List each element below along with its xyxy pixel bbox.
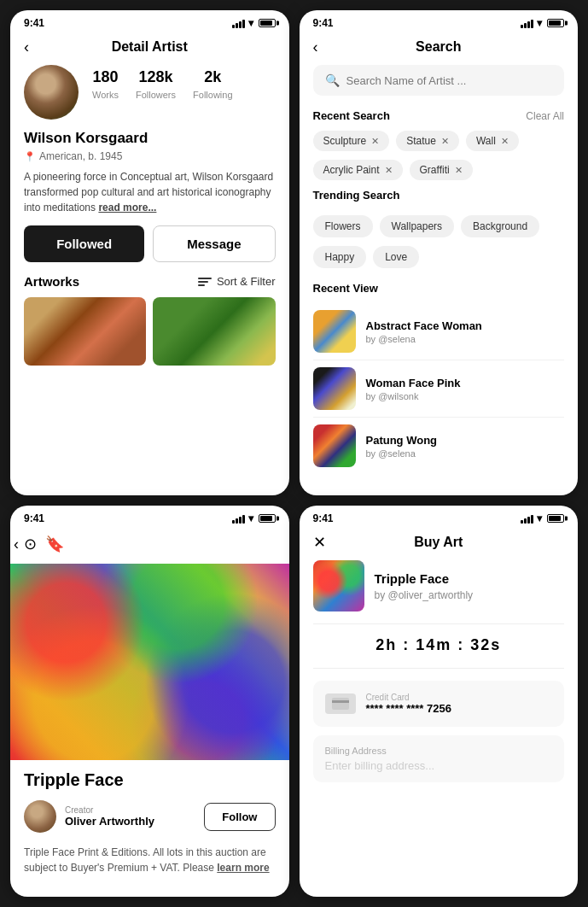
credit-card-icon (325, 693, 356, 714)
recent-tags-row-2: Acrylic Paint ✕ Graffiti ✕ (313, 160, 565, 180)
message-button[interactable]: Message (153, 225, 275, 262)
recent-author-2: by @wilsonk (366, 391, 461, 401)
billing-placeholder: Enter billing address... (325, 759, 553, 772)
status-icons-1: ▾ (232, 17, 276, 29)
sort-filter-button[interactable]: Sort & Filter (198, 275, 276, 288)
learn-more-link[interactable]: learn more (217, 862, 269, 874)
timer-label: 2h : 14m : 32s (376, 636, 501, 653)
page-title-1: Detail Artist (112, 39, 188, 55)
billing-label: Billing Address (325, 746, 553, 756)
back-button-2[interactable]: ‹ (313, 38, 318, 56)
search-screen: 9:41 ▾ ‹ Search 🔍 Recent Search Clear Al… (300, 10, 579, 495)
tag-statue[interactable]: Statue ✕ (396, 131, 459, 151)
buy-art-content: Tripple Face by @oliver_artworthly 2h : … (300, 560, 579, 796)
tag-background[interactable]: Background (461, 215, 539, 237)
signal-icon-1 (232, 18, 245, 28)
artist-profile: 180 Works 128k Followers 2k Following (24, 65, 276, 120)
wifi-icon-4: ▾ (537, 512, 542, 524)
search-content: 🔍 Recent Search Clear All Sculpture ✕ St… (300, 65, 579, 488)
detail-artist-screen: 9:41 ▾ ‹ Detail Artist 180 (10, 10, 289, 495)
battery-icon-4 (547, 514, 564, 523)
buy-art-item: Tripple Face by @oliver_artworthly (313, 560, 565, 624)
artwork-content: Tripple Face Creator Oliver Artworthly F… (10, 760, 289, 889)
recent-search-title: Recent Search (313, 109, 390, 122)
recent-item-3[interactable]: Patung Wong by @selena (313, 418, 565, 474)
close-button[interactable]: ✕ (313, 533, 326, 552)
recent-name-2: Woman Face Pink (366, 377, 461, 389)
wifi-icon-1: ▾ (248, 17, 253, 29)
timer-section: 2h : 14m : 32s (313, 636, 565, 654)
signal-icon-4 (521, 513, 533, 524)
artwork-image-inner (10, 564, 289, 760)
card-info: Credit Card **** **** **** 7256 (366, 693, 451, 715)
bookmark-icon[interactable]: 🔖 (45, 535, 64, 553)
billing-section[interactable]: Billing Address Enter billing address... (313, 735, 565, 782)
recent-author-3: by @selena (366, 448, 438, 459)
tag-love[interactable]: Love (373, 246, 419, 268)
tag-acrylic[interactable]: Acrylic Paint ✕ (313, 160, 403, 180)
payment-card[interactable]: Credit Card **** **** **** 7256 (313, 681, 565, 727)
artwork-image (10, 564, 289, 760)
recent-thumb-2 (313, 367, 356, 410)
tag-wall[interactable]: Wall ✕ (466, 131, 519, 151)
back-button-3[interactable]: ‹ (14, 535, 19, 553)
followers-stat: 128k Followers (136, 68, 176, 102)
creator-label: Creator (65, 805, 154, 815)
artist-bio: A pioneering force in Conceptual art, Wi… (24, 169, 276, 215)
recent-item-1[interactable]: Abstract Face Woman by @selena (313, 303, 565, 360)
artwork-description: Triple Face Print & Editions. All lots i… (24, 845, 276, 875)
status-bar-4: 9:41 ▾ (300, 506, 579, 528)
creator-name: Oliver Artworthly (65, 815, 154, 828)
buy-art-screen: 9:41 ▾ ✕ Buy Art Tripple Face by @oliv (300, 506, 579, 897)
status-bar-3: 9:41 ▾ (10, 506, 289, 528)
remove-acrylic-icon[interactable]: ✕ (385, 165, 393, 176)
back-button-1[interactable]: ‹ (24, 38, 29, 56)
followers-label: Followers (136, 90, 176, 100)
tag-sculpture[interactable]: Sculpture ✕ (313, 131, 390, 151)
wifi-icon-3: ▾ (248, 512, 253, 524)
artwork-thumb-1[interactable] (24, 297, 146, 366)
following-count: 2k (193, 68, 232, 86)
buy-art-thumb (313, 560, 364, 611)
artist-nationality: 📍 American, b. 1945 (24, 150, 276, 162)
remove-graffiti-icon[interactable]: ✕ (455, 165, 463, 176)
followed-button[interactable]: Followed (24, 225, 144, 262)
status-icons-3: ▾ (232, 512, 276, 524)
recent-view-header: Recent View (313, 282, 565, 295)
recent-item-2[interactable]: Woman Face Pink by @wilsonk (313, 360, 565, 418)
artwork-thumb-2[interactable] (153, 297, 275, 366)
status-time-2: 9:41 (313, 17, 334, 29)
recent-thumb-1 (313, 310, 356, 353)
recent-name-3: Patung Wong (366, 434, 438, 447)
status-time-1: 9:41 (24, 17, 44, 29)
clear-all-button[interactable]: Clear All (526, 110, 564, 122)
signal-icon-3 (232, 513, 245, 524)
search-input[interactable] (346, 74, 553, 87)
battery-icon-1 (259, 19, 276, 27)
share-icon[interactable]: ⊙ (24, 535, 37, 553)
status-bar-1: 9:41 ▾ (10, 10, 289, 32)
recent-tags-row: Sculpture ✕ Statue ✕ Wall ✕ (313, 131, 565, 151)
follow-button[interactable]: Follow (204, 803, 275, 831)
status-bar-2: 9:41 ▾ (300, 10, 579, 32)
tag-flowers[interactable]: Flowers (313, 215, 373, 237)
artworks-header: Artworks Sort & Filter (24, 274, 276, 289)
remove-statue-icon[interactable]: ✕ (441, 136, 449, 147)
sort-icon (198, 278, 212, 286)
tag-wallpapers[interactable]: Wallpapers (380, 215, 455, 237)
battery-icon-3 (259, 514, 276, 523)
divider-1 (313, 668, 565, 669)
works-label: Works (92, 90, 119, 100)
battery-icon-2 (547, 19, 564, 27)
remove-wall-icon[interactable]: ✕ (501, 136, 509, 147)
recent-author-1: by @selena (366, 334, 482, 344)
remove-sculpture-icon[interactable]: ✕ (371, 136, 379, 147)
page-title-4: Buy Art (414, 535, 463, 550)
status-icons-4: ▾ (521, 512, 564, 524)
tag-graffiti[interactable]: Graffiti ✕ (410, 160, 473, 180)
tag-happy[interactable]: Happy (313, 246, 367, 268)
read-more-link[interactable]: read more... (98, 202, 156, 214)
action-buttons: Followed Message (24, 225, 276, 262)
search-input-wrap[interactable]: 🔍 (313, 65, 565, 96)
card-label: Credit Card (366, 693, 451, 702)
